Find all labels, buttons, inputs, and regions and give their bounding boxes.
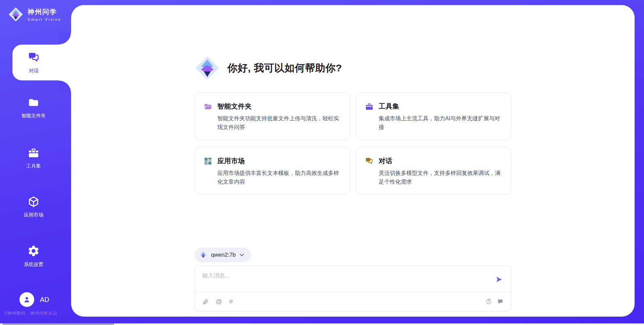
main-panel: 你好, 我可以如何帮助你? 智能文件夹 智能文件夹功能支持批量文件上传与清洗，轻…: [71, 5, 635, 317]
model-label: qwen2:7b: [211, 252, 236, 258]
card-app-market[interactable]: 应用市场 应用市场提供丰富长文本模板，助力高效生成多样化文章内容: [195, 147, 350, 194]
sidebar-item-toolset[interactable]: 工具集: [0, 147, 67, 169]
feature-cards: 智能文件夹 智能文件夹功能支持批量文件上传与清洗，轻松实现文件问答: [195, 92, 511, 194]
horizontal-scrollbar: [0, 323, 644, 325]
card-description: 灵活切换多模型文件，支持多样回复效果调试，满足个性化需求: [379, 169, 501, 186]
chat-bubbles-icon: [28, 51, 40, 64]
folder-icon: [28, 96, 40, 109]
at-icon[interactable]: @: [216, 298, 222, 305]
sidebar-item-label: 对话: [29, 68, 39, 74]
sidebar-item-label: 智能文件夹: [21, 113, 46, 119]
card-chat[interactable]: 对话 灵活切换多模型文件，支持多样回复效果调试，满足个性化需求: [356, 147, 511, 194]
message-input-row: [195, 266, 511, 292]
card-title: 智能文件夹: [217, 102, 252, 111]
paperclip-icon[interactable]: [202, 299, 209, 305]
card-title: 对话: [379, 156, 392, 166]
sidebar-item-label: 应用市场: [24, 212, 43, 218]
chat-bubbles-icon: [365, 157, 374, 166]
sidebar-item-settings[interactable]: 系统设置: [0, 245, 67, 268]
avatar: [19, 292, 34, 307]
footer-credit: ©神州数码 · 神州问学出品: [4, 311, 57, 316]
composer-toolbar: @ #: [195, 292, 511, 311]
message-input[interactable]: [202, 272, 495, 279]
sidebar: 神州问学 Smart Vision 对话 智能文件夹: [0, 0, 71, 325]
hash-icon[interactable]: #: [229, 298, 233, 305]
greeting-text: 你好, 我可以如何帮助你?: [227, 61, 342, 75]
sidebar-item-chat[interactable]: 对话: [12, 45, 71, 80]
message-composer: @ #: [195, 265, 511, 311]
app-logo: 神州问学 Smart Vision: [8, 7, 61, 22]
user-name: AD: [40, 296, 49, 304]
send-icon[interactable]: [495, 276, 503, 283]
scrollbar-thumb[interactable]: [3, 323, 114, 325]
card-smart-folders[interactable]: 智能文件夹 智能文件夹功能支持批量文件上传与清洗，轻松实现文件问答: [195, 92, 350, 140]
brand-diamond-icon: [8, 7, 23, 22]
assistant-diamond-icon: [195, 55, 220, 81]
card-title: 工具集: [379, 102, 399, 111]
cube-icon: [28, 196, 40, 208]
folder-open-icon: [204, 102, 212, 111]
chevron-down-icon: [239, 253, 244, 257]
card-description: 集成市场上主流工具，助力AI与外界无缝扩展与对接: [379, 114, 501, 131]
card-title: 应用市场: [217, 156, 245, 166]
card-toolset[interactable]: 工具集 集成市场上主流工具，助力AI与外界无缝扩展与对接: [356, 92, 511, 140]
user-account[interactable]: AD: [19, 292, 49, 307]
greeting-row: 你好, 我可以如何帮助你?: [195, 55, 511, 81]
card-description: 应用市场提供丰富长文本模板，助力高效生成多样化文章内容: [217, 169, 340, 186]
card-description: 智能文件夹功能支持批量文件上传与清洗，轻松实现文件问答: [217, 114, 340, 131]
message-icon[interactable]: [497, 299, 503, 305]
sidebar-item-smart-folders[interactable]: 智能文件夹: [0, 96, 67, 119]
model-selector[interactable]: qwen2:7b: [195, 248, 251, 262]
toolbox-icon: [28, 147, 40, 159]
sidebar-item-label: 工具集: [26, 163, 41, 169]
sidebar-item-app-market[interactable]: 应用市场: [0, 196, 67, 218]
app-grid-icon: [204, 157, 212, 166]
history-icon[interactable]: [485, 298, 492, 305]
brand-subtitle: Smart Vision: [28, 17, 61, 21]
toolbox-icon: [365, 102, 374, 111]
brand-title: 神州问学: [28, 7, 61, 16]
model-diamond-icon: [199, 251, 207, 259]
sidebar-item-label: 系统设置: [24, 261, 43, 268]
gear-icon: [27, 245, 40, 257]
